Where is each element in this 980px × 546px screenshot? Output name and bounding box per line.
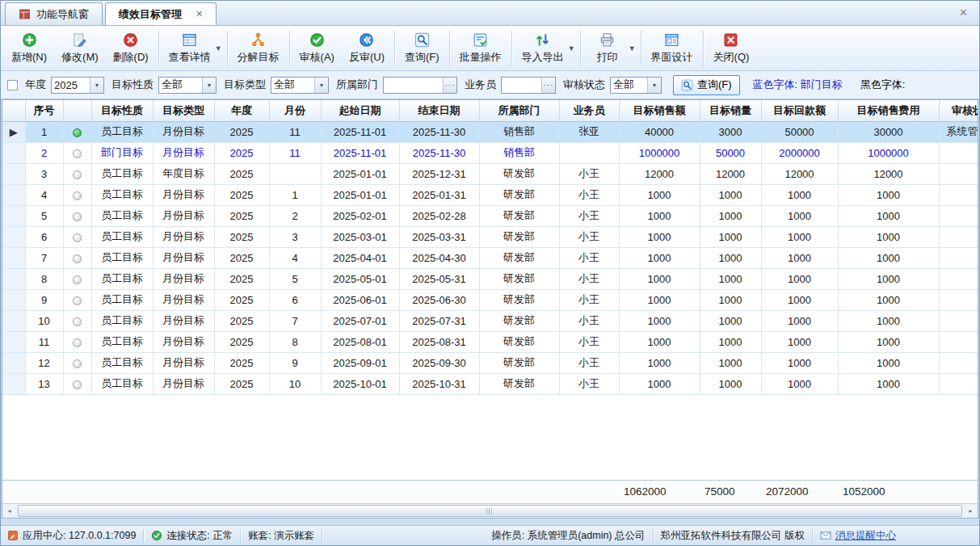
table-cell[interactable]: 月份目标 — [153, 268, 214, 289]
table-cell[interactable]: 2025 — [214, 142, 269, 163]
table-cell[interactable]: 1000 — [838, 268, 939, 289]
type-select[interactable]: 全部▼ — [271, 77, 329, 94]
table-cell[interactable]: 员工目标 — [91, 247, 153, 268]
table-cell[interactable]: 研发部 — [479, 268, 559, 289]
table-cell[interactable]: 12000 — [619, 163, 700, 184]
cell-seq[interactable]: 5 — [25, 205, 63, 226]
table-cell[interactable]: 小王 — [559, 352, 619, 373]
column-header[interactable]: 月份 — [269, 100, 321, 121]
table-cell[interactable]: 销售部 — [479, 142, 559, 163]
year-checkbox[interactable] — [7, 80, 18, 90]
table-cell[interactable]: 1000 — [700, 247, 761, 268]
table-cell[interactable]: 1000 — [838, 331, 939, 352]
table-cell[interactable]: 2025-10-01 — [321, 373, 399, 394]
table-cell[interactable]: 系统管理员 — [939, 121, 978, 142]
cell-status[interactable] — [63, 331, 91, 352]
table-cell[interactable]: 小王 — [559, 268, 619, 289]
table-cell[interactable]: 1000 — [619, 373, 700, 394]
table-cell[interactable]: 1000 — [619, 226, 700, 247]
audit-status-select[interactable]: 全部▼ — [610, 77, 662, 94]
table-cell[interactable]: 1000 — [838, 247, 939, 268]
table-cell[interactable]: 1000000 — [838, 142, 939, 163]
table-cell[interactable]: 小王 — [559, 163, 619, 184]
table-cell[interactable]: 2025-05-31 — [399, 268, 479, 289]
cell-status[interactable] — [63, 373, 91, 394]
cell-seq[interactable]: 7 — [25, 247, 63, 268]
table-cell[interactable]: 1000 — [700, 226, 761, 247]
tab-performance-target[interactable]: 绩效目标管理 ✕ — [105, 2, 217, 25]
table-cell[interactable]: 员工目标 — [91, 163, 153, 184]
view-detail-button[interactable]: 查看详情▼ — [162, 29, 225, 68]
table-cell[interactable]: 研发部 — [479, 163, 559, 184]
scroll-left-icon[interactable]: ◄ — [2, 504, 16, 518]
split-target-button[interactable]: 分解目标 — [230, 29, 287, 68]
table-cell[interactable]: 1000 — [619, 205, 700, 226]
table-cell[interactable]: 1000 — [761, 373, 838, 394]
table-cell[interactable]: 1000 — [619, 310, 700, 331]
table-cell[interactable]: 1000 — [700, 331, 761, 352]
table-cell[interactable]: 2025-12-31 — [399, 163, 479, 184]
table-cell[interactable]: 2025-05-01 — [321, 268, 399, 289]
table-cell[interactable]: 小王 — [559, 289, 619, 310]
column-header[interactable]: 业务员 — [559, 100, 619, 121]
table-cell[interactable]: 50000 — [700, 142, 761, 163]
table-cell[interactable]: 2025 — [214, 331, 269, 352]
table-cell[interactable]: 1000 — [619, 184, 700, 205]
table-cell[interactable]: 2025-07-31 — [399, 310, 479, 331]
cell-seq[interactable]: 6 — [25, 226, 63, 247]
table-cell[interactable]: 月份目标 — [153, 226, 214, 247]
table-cell[interactable] — [939, 268, 978, 289]
table-cell[interactable]: 2025-03-01 — [321, 226, 399, 247]
column-header[interactable]: 所属部门 — [479, 100, 559, 121]
table-cell[interactable]: 1000 — [619, 331, 700, 352]
dept-input[interactable]: ··· — [383, 77, 457, 94]
window-close-icon[interactable]: ✕ — [953, 6, 974, 25]
batch-operation-button[interactable]: 批量操作 — [452, 29, 509, 68]
cell-seq[interactable]: 4 — [25, 184, 63, 205]
table-cell[interactable]: 1000 — [761, 310, 838, 331]
table-row[interactable]: 7员工目标月份目标202542025-04-012025-04-30研发部小王1… — [2, 247, 978, 268]
table-cell[interactable]: 2025-01-01 — [321, 184, 399, 205]
table-row[interactable]: 13员工目标月份目标2025102025-10-012025-10-31研发部小… — [2, 373, 978, 394]
table-row[interactable]: 12员工目标月份目标202592025-09-012025-09-30研发部小王… — [2, 352, 978, 373]
print-button[interactable]: 打印▼ — [583, 29, 638, 68]
table-cell[interactable]: 员工目标 — [91, 352, 153, 373]
cell-status[interactable] — [63, 205, 91, 226]
table-cell[interactable] — [939, 184, 978, 205]
salesman-input[interactable]: ··· — [501, 77, 556, 94]
horizontal-scrollbar[interactable]: ◄ ► — [2, 503, 978, 518]
table-cell[interactable]: 员工目标 — [91, 268, 153, 289]
table-cell[interactable]: 11 — [269, 121, 321, 142]
table-cell[interactable]: 1000 — [761, 226, 838, 247]
cell-status[interactable] — [63, 121, 91, 142]
table-cell[interactable]: 2025 — [214, 289, 269, 310]
table-cell[interactable]: 2025 — [214, 247, 269, 268]
table-cell[interactable] — [939, 352, 978, 373]
table-cell[interactable]: 2025 — [214, 352, 269, 373]
cell-seq[interactable]: 9 — [25, 289, 63, 310]
table-cell[interactable]: 1000000 — [619, 142, 700, 163]
table-cell[interactable]: 员工目标 — [91, 310, 153, 331]
table-cell[interactable]: 月份目标 — [153, 352, 214, 373]
table-cell[interactable]: 1000 — [838, 226, 939, 247]
table-cell[interactable]: 40000 — [619, 121, 700, 142]
table-cell[interactable]: 月份目标 — [153, 184, 214, 205]
table-cell[interactable]: 1000 — [700, 373, 761, 394]
table-cell[interactable] — [939, 373, 978, 394]
table-cell[interactable]: 1000 — [838, 310, 939, 331]
table-cell[interactable]: 2025-02-01 — [321, 205, 399, 226]
table-cell[interactable]: 6 — [269, 289, 321, 310]
table-cell[interactable]: 1000 — [700, 205, 761, 226]
table-cell[interactable]: 2025 — [214, 373, 269, 394]
table-cell[interactable]: 2 — [269, 205, 321, 226]
column-header[interactable] — [63, 100, 91, 121]
tab-close-icon[interactable]: ✕ — [196, 9, 203, 19]
table-cell[interactable]: 9 — [269, 352, 321, 373]
approve-button[interactable]: 审核(A) — [292, 29, 342, 68]
table-cell[interactable]: 小王 — [559, 310, 619, 331]
table-cell[interactable]: 2025-04-01 — [321, 247, 399, 268]
table-cell[interactable]: 3000 — [700, 121, 761, 142]
table-cell[interactable]: 10 — [269, 373, 321, 394]
table-row[interactable]: 9员工目标月份目标202562025-06-012025-06-30研发部小王1… — [2, 289, 978, 310]
table-cell[interactable]: 员工目标 — [91, 289, 153, 310]
